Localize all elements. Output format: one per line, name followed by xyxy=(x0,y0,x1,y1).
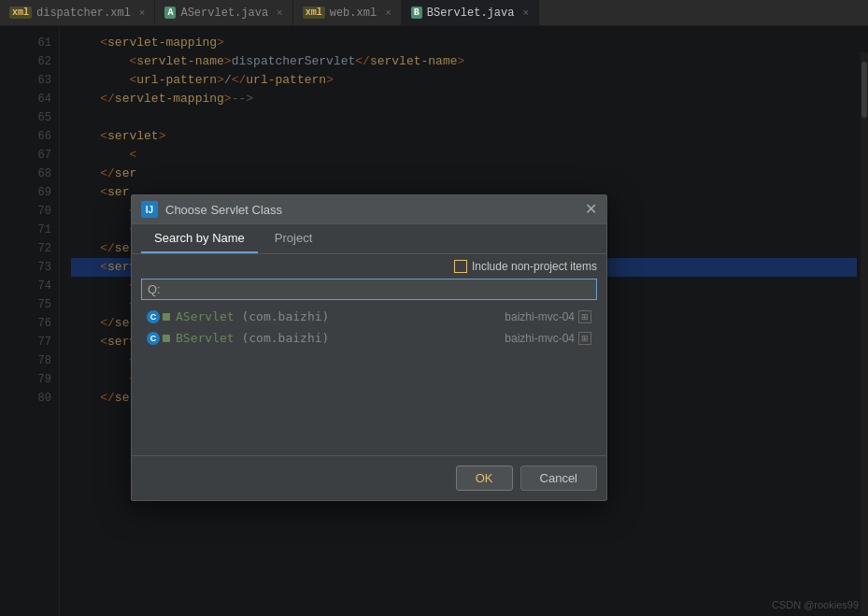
tab-webxml-close[interactable]: × xyxy=(385,7,391,19)
tab-dispatcher-close[interactable]: × xyxy=(139,7,146,19)
xml-icon: xml xyxy=(9,7,32,19)
include-non-project-checkbox[interactable]: Include non-project items xyxy=(454,260,597,273)
dialog-close-button[interactable]: ✕ xyxy=(585,202,597,217)
tab-aservlet-label: AServlet.java xyxy=(180,7,268,20)
choose-servlet-dialog: IJ Choose Servlet Class ✕ Search by Name… xyxy=(131,194,607,501)
cancel-button[interactable]: Cancel xyxy=(520,466,597,491)
result-item-aservlet[interactable]: C AServlet (com.baizhi) baizhi-mvc-04 ⊞ xyxy=(141,306,597,327)
webxml-icon: xml xyxy=(303,7,325,19)
editor: 61 62 63 64 65 66 67 68 69 70 71 72 73 7… xyxy=(0,26,868,616)
java-a-icon: A xyxy=(164,7,176,19)
tab-aservlet-close[interactable]: × xyxy=(277,7,283,19)
dialog-tabs: Search by Name Project xyxy=(132,224,606,254)
dialog-footer: OK Cancel xyxy=(132,455,606,500)
result-aservlet-left: C AServlet (com.baizhi) xyxy=(147,309,329,323)
aservlet-project: baizhi-mvc-04 ⊞ xyxy=(505,310,591,323)
bservlet-project-label: baizhi-mvc-04 xyxy=(505,332,575,345)
tab-dispatcher[interactable]: xml dispatcher.xml × xyxy=(0,0,155,25)
dialog-ij-icon: IJ xyxy=(141,201,158,218)
result-bservlet-left: C BServlet (com.baizhi) xyxy=(147,331,329,345)
bservlet-method-icon xyxy=(163,335,170,342)
checkbox-box xyxy=(454,260,467,273)
aservlet-name: AServlet (com.baizhi) xyxy=(176,309,329,323)
tab-aservlet[interactable]: A AServlet.java × xyxy=(155,0,292,25)
dialog-overlay: IJ Choose Servlet Class ✕ Search by Name… xyxy=(0,26,868,616)
dialog-title-text: Choose Servlet Class xyxy=(165,203,282,217)
aservlet-project-label: baizhi-mvc-04 xyxy=(505,310,575,323)
dialog-title-bar: IJ Choose Servlet Class ✕ xyxy=(132,195,606,224)
tab-bservlet[interactable]: B BServlet.java × xyxy=(402,0,539,25)
tab-webxml[interactable]: xml web.xml × xyxy=(293,0,402,25)
search-prefix: Q: xyxy=(148,282,161,296)
bservlet-class-icon: C xyxy=(147,332,160,345)
dialog-icon-label: IJ xyxy=(146,205,153,215)
include-non-project-label: Include non-project items xyxy=(472,260,597,273)
ok-button[interactable]: OK xyxy=(456,466,513,491)
tab-dispatcher-label: dispatcher.xml xyxy=(36,7,131,20)
bservlet-copy-icon: ⊞ xyxy=(578,332,591,345)
aservlet-class-icon: C xyxy=(147,310,160,323)
tab-search-by-name[interactable]: Search by Name xyxy=(141,224,258,253)
tab-webxml-label: web.xml xyxy=(330,7,377,20)
tab-bservlet-label: BServlet.java xyxy=(427,7,515,20)
result-item-bservlet[interactable]: C BServlet (com.baizhi) baizhi-mvc-04 ⊞ xyxy=(141,327,597,349)
search-input-wrapper[interactable]: Q: xyxy=(141,279,597,300)
bservlet-name: BServlet (com.baizhi) xyxy=(176,331,329,345)
dialog-search-section: Q: xyxy=(132,279,606,306)
dialog-title-left: IJ Choose Servlet Class xyxy=(141,201,282,218)
aservlet-copy-icon: ⊞ xyxy=(578,310,591,323)
java-b-icon: B xyxy=(411,7,422,19)
tab-project[interactable]: Project xyxy=(262,224,325,253)
tab-bservlet-close[interactable]: × xyxy=(522,7,529,19)
bservlet-project: baizhi-mvc-04 ⊞ xyxy=(505,332,591,345)
search-input[interactable] xyxy=(163,282,591,296)
tab-bar: xml dispatcher.xml × A AServlet.java × x… xyxy=(0,0,868,26)
dialog-options-row: Include non-project items xyxy=(132,254,606,279)
dialog-results-list: C AServlet (com.baizhi) baizhi-mvc-04 ⊞ xyxy=(132,306,606,380)
aservlet-method-icon xyxy=(163,313,170,321)
